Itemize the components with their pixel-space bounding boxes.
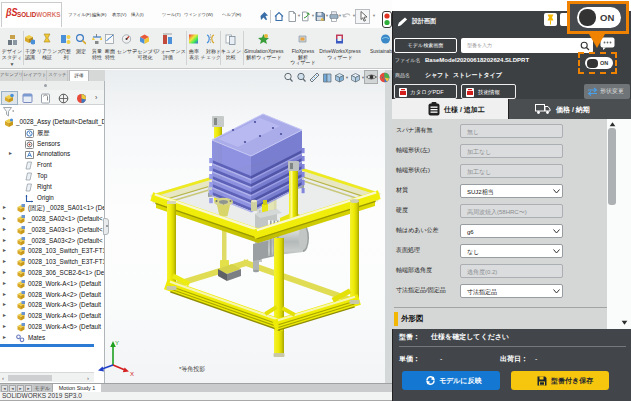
svg-text:X: X	[130, 371, 134, 377]
svg-text:Y: Y	[115, 340, 119, 346]
